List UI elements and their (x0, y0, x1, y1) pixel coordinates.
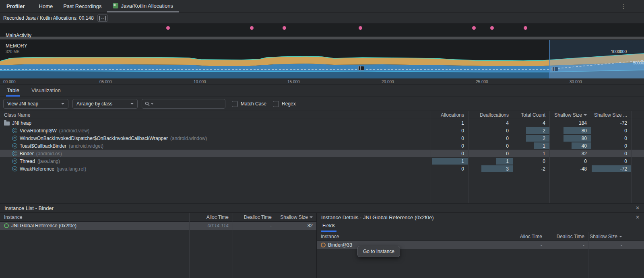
shallow-size-value: 40 (582, 143, 587, 149)
table-row[interactable]: Thread (java.lang) 1 1 0 0 0 (0, 157, 644, 165)
package-name: (java.lang) (37, 159, 60, 164)
column-header-shallow-size[interactable]: Shallow Size (276, 214, 317, 220)
event-dot[interactable] (490, 26, 494, 30)
heap-dropdown[interactable]: View JNI heap (3, 99, 68, 109)
selection-mid-label: 500000 (633, 61, 644, 65)
deallocations-value: 0 (506, 128, 509, 134)
instance-row[interactable]: JNI Global Reference (0x2f0e) 00:14.114 … (0, 222, 316, 230)
tab-fields[interactable]: Fields (321, 223, 336, 232)
table-row[interactable]: WeakReference (java.lang.ref) 0 3 -2 -48… (0, 165, 644, 173)
deallocations-value: 1 (506, 159, 509, 164)
shallow-size-2-value: -72 (620, 166, 627, 172)
class-name: Binder (20, 151, 34, 157)
column-header-shallow-size-2[interactable]: Shallow Size ... (591, 112, 631, 118)
column-header-deallocations[interactable]: Deallocations (468, 112, 513, 118)
class-name: WeakReference (20, 166, 54, 172)
column-header-instance[interactable]: Instance (317, 234, 513, 239)
tooltip-go-to-instance[interactable]: Go to Instance (357, 246, 400, 257)
sort-chevron-icon (310, 216, 313, 218)
zoom-to-fit-button[interactable]: ↔ (97, 14, 108, 22)
column-header-total-count[interactable]: Total Count (513, 112, 549, 118)
sort-chevron-icon (584, 114, 587, 116)
table-row[interactable]: JNI heap 1 4 4 184 -72 (0, 119, 644, 127)
table-row[interactable]: Toast$CallbackBinder (android.widget) 0 … (0, 142, 644, 150)
activity-lifecycle-bar[interactable] (0, 37, 644, 39)
memory-chart[interactable]: MEMORY 320 MB 1000000 500000 (0, 40, 644, 78)
selection-handle-icon[interactable] (552, 67, 558, 71)
shallow-size-2-value: 0 (624, 159, 627, 164)
heat-bar (526, 127, 549, 134)
shallow-size-value: 32 (308, 223, 313, 229)
deallocations-value: 4 (506, 120, 509, 126)
allocations-value: 0 (461, 128, 464, 134)
event-dot[interactable] (472, 26, 476, 30)
axis-tick-label: 25.000 (476, 80, 488, 84)
column-header-dealloc-time[interactable]: Dealloc Time (233, 214, 276, 220)
tab-visualization[interactable]: Visualization (31, 87, 62, 97)
class-icon (12, 136, 17, 141)
allocations-value: 0 (461, 143, 464, 149)
nav-item-label: Past Recordings (63, 3, 101, 9)
binder-object-icon (321, 243, 326, 247)
instance-list-title: Instance List - Binder (4, 205, 54, 211)
chevron-down-icon (130, 103, 134, 105)
table-row[interactable]: Binder (android.os) 0 0 1 32 0 (0, 150, 644, 157)
nav-item[interactable]: Home (34, 0, 58, 12)
deallocations-value: 0 (506, 143, 509, 149)
dealloc-time-value: - (583, 242, 584, 248)
jni-global-ref-icon (4, 223, 9, 228)
event-dot[interactable] (359, 26, 362, 30)
arrange-dropdown[interactable]: Arrange by class (72, 99, 138, 109)
class-name: JNI heap (12, 120, 31, 126)
shallow-size-value: 32 (582, 151, 587, 157)
event-dot[interactable] (283, 26, 286, 30)
search-field[interactable] (142, 99, 225, 109)
class-table: Class Name Allocations Deallocations Tot… (0, 111, 644, 203)
column-header-allocations[interactable]: Allocations (431, 112, 468, 118)
range-handle-icon[interactable] (358, 66, 364, 70)
event-dot[interactable] (250, 26, 254, 30)
class-table-header: Class Name Allocations Deallocations Tot… (0, 111, 644, 119)
deallocations-value: 3 (506, 166, 509, 172)
zoom-to-fit-icon: ↔ (99, 16, 106, 21)
close-icon[interactable]: ✕ (636, 214, 640, 220)
column-header-dealloc-time[interactable]: Dealloc Time (546, 234, 588, 239)
total-count-value: 1 (543, 151, 545, 157)
tab-table[interactable]: Table (6, 87, 20, 97)
view-tabs: Table Visualization (0, 85, 644, 97)
memory-ymax-label: 320 MB (6, 49, 19, 54)
class-icon (12, 151, 17, 156)
search-input[interactable] (155, 101, 222, 107)
kebab-menu-icon[interactable]: ⋮ (621, 3, 626, 10)
column-header-shallow-size[interactable]: Shallow Size (588, 234, 626, 239)
table-row[interactable]: WindowOnBackInvokedDispatcher$OnBackInvo… (0, 134, 644, 142)
close-icon[interactable]: ✕ (636, 205, 640, 211)
selection-max-label: 1000000 (611, 49, 627, 54)
nav-item[interactable]: Past Recordings (58, 0, 107, 12)
column-header-alloc-time[interactable]: Alloc Time (513, 234, 546, 239)
column-header-alloc-time[interactable]: Alloc Time (189, 214, 233, 220)
regex-checkbox[interactable]: Regex (273, 101, 296, 107)
activity-track: MainActivity (0, 32, 644, 40)
activity-label: MainActivity (6, 33, 31, 38)
regex-label: Regex (282, 101, 296, 107)
column-header-shallow-size[interactable]: Shallow Size (549, 112, 591, 118)
axis-tick-label: 05.000 (99, 80, 112, 84)
memory-area-chart (0, 40, 644, 78)
shallow-size-value: - (621, 242, 622, 248)
heap-dropdown-value: View JNI heap (7, 101, 38, 107)
match-case-checkbox[interactable]: Match Case (232, 101, 266, 107)
class-name: Thread (20, 159, 35, 164)
event-dot[interactable] (524, 26, 527, 30)
column-header-instance[interactable]: Instance (0, 214, 189, 220)
alloc-time-value: 00:14.114 (208, 223, 229, 229)
tab-java-kotlin-allocations[interactable]: Java/Kotlin Allocations (107, 0, 179, 12)
shallow-size-2-value: -72 (620, 120, 627, 126)
table-row[interactable]: ViewRootImpl$W (android.view) 0 0 2 80 0 (0, 127, 644, 134)
event-dot[interactable] (166, 26, 170, 30)
minimize-icon[interactable]: — (634, 3, 639, 10)
class-icon (4, 121, 10, 126)
table-toolbar: View JNI heap Arrange by class Match Cas… (0, 97, 644, 111)
column-header-class-name[interactable]: Class Name (0, 112, 431, 118)
axis-tick-label: 15.000 (287, 80, 300, 84)
